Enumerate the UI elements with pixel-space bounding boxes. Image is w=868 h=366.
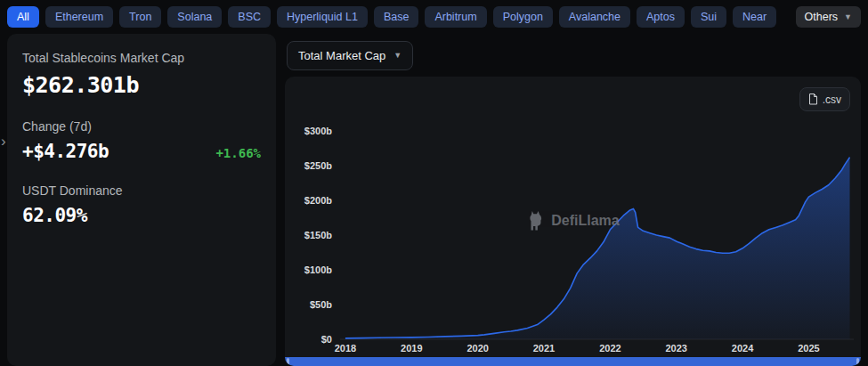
chain-tab-polygon[interactable]: Polygon [493, 6, 553, 28]
chart-plot-area[interactable]: $0$50b$100b$150b$200b$250b$300b201820192… [285, 113, 861, 357]
chain-tab-bsc[interactable]: BSC [228, 6, 271, 28]
chain-tab-all[interactable]: All [7, 6, 39, 28]
svg-text:$0: $0 [321, 334, 332, 345]
total-market-cap-value: $262.301b [22, 72, 261, 98]
chain-tab-hyperliquid-l1[interactable]: Hyperliquid L1 [277, 6, 368, 28]
stat-total-market-cap: Total Stablecoins Market Cap $262.301b [22, 51, 261, 98]
chain-tab-arbitrum[interactable]: Arbitrum [425, 6, 486, 28]
stats-panel: Total Stablecoins Market Cap $262.301b C… [7, 34, 276, 366]
chevron-down-icon: ▼ [393, 52, 402, 60]
chart-column: Total Market Cap ▼ .csv $0$50b$100b$150b… [285, 34, 861, 366]
csv-download-button[interactable]: .csv [799, 87, 850, 111]
svg-text:$150b: $150b [304, 230, 332, 240]
svg-text:$250b: $250b [304, 160, 332, 171]
chain-tab-tron[interactable]: Tron [119, 6, 161, 28]
csv-button-label: .csv [823, 94, 841, 106]
usdt-dominance-value: 62.09% [22, 205, 261, 226]
svg-text:2018: 2018 [335, 343, 356, 354]
chart-toolbar: .csv [285, 77, 861, 113]
chain-tab-aptos[interactable]: Aptos [637, 6, 685, 28]
others-dropdown[interactable]: Others ▼ [796, 6, 861, 28]
svg-text:2021: 2021 [533, 343, 555, 354]
svg-text:2022: 2022 [599, 343, 621, 354]
metric-selector-label: Total Market Cap [298, 49, 385, 62]
stablecoins-market-cap-chart[interactable]: $0$50b$100b$150b$200b$250b$300b201820192… [285, 113, 861, 357]
chain-tab-avalanche[interactable]: Avalanche [559, 6, 630, 28]
chain-tab-ethereum[interactable]: Ethereum [45, 6, 113, 28]
svg-text:$200b: $200b [304, 195, 332, 206]
metric-selector-dropdown[interactable]: Total Market Cap ▼ [287, 41, 413, 70]
brush-handle-left[interactable] [287, 358, 289, 365]
svg-text:$300b: $300b [304, 126, 332, 136]
change-7d-percent: +1.66% [215, 146, 261, 160]
chain-tab-near[interactable]: Near [733, 6, 776, 28]
svg-text:2019: 2019 [401, 343, 422, 354]
change-7d-value: +$4.276b [22, 141, 109, 162]
stat-label: Total Stablecoins Market Cap [22, 51, 261, 65]
chain-tab-solana[interactable]: Solana [167, 6, 222, 28]
others-dropdown-label: Others [805, 12, 839, 23]
svg-text:2020: 2020 [466, 343, 488, 354]
chain-tab-sui[interactable]: Sui [691, 6, 726, 28]
svg-text:2023: 2023 [665, 343, 686, 354]
svg-text:$100b: $100b [304, 264, 332, 275]
stat-usdt-dominance: USDT Dominance 62.09% [22, 183, 261, 226]
brush-handle-right[interactable] [856, 358, 859, 365]
stat-label: USDT Dominance [22, 183, 261, 198]
chain-filter-bar: All Ethereum Tron Solana BSC Hyperliquid… [0, 0, 868, 34]
file-icon [808, 94, 818, 105]
main-content: Total Stablecoins Market Cap $262.301b C… [0, 34, 868, 366]
chain-tab-base[interactable]: Base [374, 6, 419, 28]
stat-label: Change (7d) [22, 119, 261, 134]
sidebar-expand-chevron[interactable]: › [1, 134, 6, 149]
svg-text:2024: 2024 [732, 343, 754, 354]
chevron-down-icon: ▼ [844, 13, 852, 21]
stat-change-7d: Change (7d) +$4.276b +1.66% [22, 119, 261, 162]
svg-text:2025: 2025 [798, 343, 819, 354]
chart-card: .csv $0$50b$100b$150b$200b$250b$300b2018… [285, 77, 861, 366]
chart-zoom-brush[interactable] [285, 357, 861, 366]
svg-text:$50b: $50b [310, 299, 332, 310]
